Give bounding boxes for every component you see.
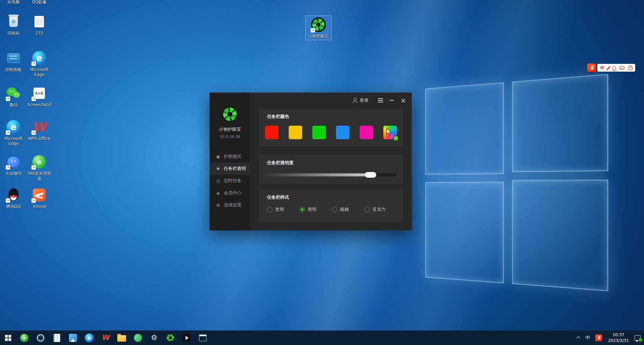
radio-label: 亚克力	[373, 206, 386, 213]
sidebar-item-label: 选项设置	[224, 202, 241, 208]
sogou-input-bar: S 中	[587, 64, 635, 72]
section-title: 任务栏样式	[259, 189, 403, 200]
sogou-tray-icon[interactable]: S	[593, 330, 605, 345]
close-icon: ×	[401, 97, 406, 104]
taskbar-item-eyecare-app[interactable]	[162, 330, 178, 345]
icon-label: 此电脑	[7, 0, 20, 5]
icon-label: QQ影像	[32, 0, 47, 5]
taskbar-color-section: 任务栏颜色 ✓	[259, 108, 403, 146]
color-swatch-red[interactable]	[265, 126, 279, 139]
desktop-icon-edge-2[interactable]: e Microsoft Edge	[26, 49, 52, 78]
minimize-button[interactable]	[387, 96, 396, 105]
eyecare-aperture-icon	[166, 334, 175, 342]
radio-disable[interactable]: 禁用	[267, 206, 284, 213]
clock-date: 2023/3/31	[608, 338, 629, 344]
radio-acrylic[interactable]: 亚克力	[364, 206, 386, 213]
taskbar-item-cortana[interactable]	[32, 330, 49, 345]
hidden-icons-button[interactable]	[574, 330, 582, 345]
desktop-icon-360-browser[interactable]: e 360安全浏览器	[26, 153, 52, 182]
toolbox-icon[interactable]	[628, 67, 633, 70]
color-swatches: ✓	[265, 126, 397, 139]
edge-icon: e	[85, 334, 94, 342]
desktop-icon-qq-photo[interactable]: QQ影像	[26, 0, 52, 6]
cortana-icon	[37, 334, 44, 342]
ime-mode-button[interactable]: 中	[600, 65, 604, 71]
sidebar-item-eye-mode[interactable]: ◉ 护眼模式	[210, 150, 250, 163]
icon-label: Xmind	[33, 204, 46, 209]
sidebar-item-member-center[interactable]: ◈ 会员中心	[210, 187, 250, 199]
app-sidebar: 小智护眼宝 V2.0.26.38 ◉ 护眼模式 ☀ 任务栏透明 ◷ 定时任务 ◈…	[210, 93, 250, 230]
action-center-button[interactable]	[632, 330, 643, 345]
taskbar-item-photos[interactable]	[65, 330, 81, 345]
taskbar-item-360-browser[interactable]: e	[16, 330, 32, 345]
icon-label: Microsoft Edge	[1, 136, 26, 146]
shortcut-arrow-icon	[6, 165, 10, 170]
desktop-icon-this-pc[interactable]: 此电脑	[1, 0, 26, 6]
close-button[interactable]: ×	[399, 96, 408, 105]
sogou-logo[interactable]: S	[587, 64, 596, 72]
taskbar-item-settings[interactable]: ⚙	[146, 330, 162, 345]
desktop-icon-xmind[interactable]: Xmind	[26, 186, 52, 210]
minimize-icon	[390, 100, 394, 101]
taskbar-item-file-explorer[interactable]	[114, 330, 130, 345]
radio-circle-icon	[332, 207, 337, 212]
document-icon	[34, 16, 44, 27]
photos-icon	[69, 334, 77, 342]
opacity-slider-knob[interactable]	[365, 172, 376, 178]
taskbar-item-edge[interactable]: e	[81, 330, 97, 345]
sogou-icon: S	[595, 335, 602, 341]
keyboard-icon[interactable]	[619, 66, 624, 70]
shortcut-arrow-icon	[31, 130, 36, 135]
opacity-slider-track[interactable]	[265, 173, 397, 176]
folder-icon	[117, 335, 126, 342]
radio-circle-icon	[267, 207, 272, 212]
desktop-icon-screentogif[interactable]: S>G ScreenToGif	[26, 84, 52, 108]
desktop-icon-recycle-bin[interactable]: 回收站	[1, 13, 26, 37]
icon-label: 腾讯QQ	[6, 204, 21, 209]
desktop-icon-wechat[interactable]: 微信	[1, 84, 26, 108]
color-swatch-yellow[interactable]	[289, 126, 302, 139]
taskbar-item-journal[interactable]	[49, 330, 65, 345]
ime-indicator[interactable]: 中	[582, 330, 593, 345]
window-menu-button[interactable]	[376, 96, 385, 105]
desktop-icon-edge-1[interactable]: e Microsoft Edge	[1, 118, 26, 147]
sidebar-item-options[interactable]: ⚙ 选项设置	[210, 199, 250, 211]
control-panel-icon	[7, 53, 20, 63]
wallpaper-pane	[425, 82, 504, 175]
mic-icon[interactable]	[613, 66, 616, 70]
sidebar-item-scheduled-tasks[interactable]: ◷ 定时任务	[210, 175, 250, 187]
app-name: 小智护眼宝	[210, 126, 250, 132]
app-version: V2.0.26.38	[210, 134, 250, 139]
transparency-icon: ☀	[215, 166, 221, 171]
media-player-icon	[183, 334, 191, 342]
taskbar-item-wps[interactable]: W	[97, 330, 114, 345]
taskbar-clock[interactable]: 10:37 2023/3/31	[605, 330, 632, 345]
shortcut-arrow-icon	[31, 198, 36, 203]
desktop-icon-control-panel[interactable]: 控制面板	[1, 49, 26, 73]
selected-check-icon: ✓	[393, 135, 399, 141]
sogou-toolbar: 中	[597, 64, 635, 72]
start-button[interactable]	[0, 330, 16, 345]
radio-blur[interactable]: 模糊	[332, 206, 349, 213]
taskbar-item-media-player[interactable]	[178, 330, 195, 345]
color-swatch-magenta[interactable]	[360, 126, 373, 139]
color-swatch-blue[interactable]	[336, 126, 350, 139]
desktop-icon-eyecare-selected[interactable]: 小智护眼宝	[306, 16, 331, 40]
desktop-icon-qq[interactable]: 腾讯QQ	[1, 186, 26, 210]
style-radio-group: 禁用 透明 模糊 亚克力	[267, 206, 401, 213]
desktop-icon-wps-office[interactable]: W WPS Office	[26, 118, 52, 142]
color-swatch-rainbow-selected[interactable]: ✓	[383, 126, 397, 139]
handwriting-icon[interactable]	[607, 66, 610, 70]
login-button[interactable]: 登录	[353, 97, 368, 103]
sidebar-item-taskbar-transparency[interactable]: ☀ 任务栏透明	[210, 163, 250, 175]
color-swatch-green[interactable]	[312, 126, 326, 139]
opacity-slider-fill	[265, 173, 371, 176]
taskbar-item-app-window[interactable]	[195, 330, 211, 345]
radio-transparent-selected[interactable]: 透明	[300, 206, 316, 213]
taskbar-item-green-app[interactable]	[130, 330, 146, 345]
wallpaper-pane	[512, 180, 608, 291]
radio-label: 模糊	[340, 206, 349, 213]
shortcut-arrow-icon	[31, 61, 36, 66]
desktop-icon-233-document[interactable]: 233	[26, 13, 52, 37]
desktop-icon-wecom[interactable]: 企业微信	[1, 153, 26, 177]
